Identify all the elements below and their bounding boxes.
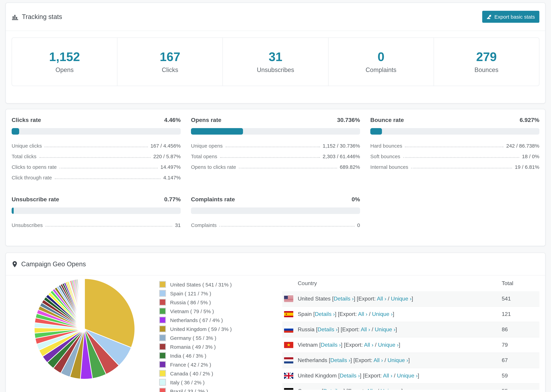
export-all-link[interactable]: All › xyxy=(377,296,386,301)
legend-item[interactable]: Netherlands ( 67 / 4% ) xyxy=(159,317,244,323)
legend-item[interactable]: Russia ( 86 / 5% ) xyxy=(159,299,244,306)
export-label: Export: xyxy=(342,327,360,332)
legend-swatch xyxy=(159,308,166,315)
rate-stat-value: 18 / 0% xyxy=(522,154,539,159)
details-link[interactable]: Details › xyxy=(334,296,354,301)
legend-label: Italy ( 36 / 2% ) xyxy=(170,379,205,385)
export-unique-link[interactable]: Unique › xyxy=(378,342,399,348)
rate-stat-row: Internal bounces19 / 6.81% xyxy=(370,164,539,170)
stat-label: Unsubscribes xyxy=(257,67,294,74)
rate-stat-value: 14.497% xyxy=(161,164,181,170)
geo-pie-chart xyxy=(33,278,136,382)
geo-table-header: Country Total xyxy=(282,275,539,291)
legend-label: Germany ( 55 / 3% ) xyxy=(170,335,216,341)
rate-stat-value: 242 / 86.738% xyxy=(506,143,540,149)
legend-label: India ( 46 / 3% ) xyxy=(170,353,206,358)
rate-progress-fill xyxy=(370,128,382,135)
page-title: Tracking stats xyxy=(22,13,62,21)
export-all-link[interactable]: All › xyxy=(367,388,376,390)
export-unique-link[interactable]: Unique › xyxy=(397,373,418,378)
total-cell: 79 xyxy=(502,342,539,348)
stat-cell-complaints: 0Complaints xyxy=(328,38,434,86)
details-link[interactable]: Details › xyxy=(323,388,343,390)
export-unique-link[interactable]: Unique › xyxy=(372,311,393,317)
legend-item[interactable]: Brazil ( 33 / 2% ) xyxy=(159,388,244,392)
total-cell: 55 xyxy=(502,388,539,390)
geo-table-row-vn: Vietnam [Details ›] [Export: All › / Uni… xyxy=(282,337,539,353)
legend-swatch xyxy=(159,343,166,350)
country-name: Germany xyxy=(298,388,320,390)
rate-stat-value: 4.147% xyxy=(163,175,181,181)
country-cell: Vietnam [Details ›] [Export: All › / Uni… xyxy=(298,342,400,348)
export-all-link[interactable]: All › xyxy=(358,311,367,317)
legend-label: France ( 42 / 2% ) xyxy=(170,362,211,367)
export-unique-link[interactable]: Unique › xyxy=(381,388,401,390)
legend-item[interactable]: Vietnam ( 79 / 5% ) xyxy=(159,308,244,315)
export-all-link[interactable]: All › xyxy=(364,342,373,348)
rate-progress-fill xyxy=(12,207,14,214)
legend-label: Romania ( 49 / 3% ) xyxy=(170,344,216,350)
geo-opens-title-row: Campaign Geo Opens xyxy=(12,260,86,268)
us-flag-icon xyxy=(284,296,293,302)
legend-item[interactable]: Spain ( 121 / 7% ) xyxy=(159,290,244,297)
rate-panel-bounce-rate: Bounce rate6.927%Hard bounces242 / 86.73… xyxy=(370,117,539,185)
rate-title: Complaints rate xyxy=(191,196,235,203)
export-basic-stats-button[interactable]: Export basic stats xyxy=(482,11,539,23)
stat-label: Clicks xyxy=(162,67,178,74)
legend-item[interactable]: United States ( 541 / 31% ) xyxy=(159,281,244,288)
tracking-stats-title-row: Tracking stats xyxy=(12,13,62,21)
rate-stat-label: Soft bounces xyxy=(370,154,400,159)
stat-value: 279 xyxy=(476,50,497,64)
stat-cell-opens: 1,152Opens xyxy=(12,38,117,86)
gb-flag-icon xyxy=(284,373,293,379)
details-link[interactable]: Details › xyxy=(330,357,350,363)
rates-card: Clicks rate4.46%Unique clicks167 / 4.456… xyxy=(6,109,545,246)
rate-progress-track xyxy=(12,207,181,214)
legend-swatch xyxy=(159,299,166,306)
dotted-leader xyxy=(225,147,320,147)
geo-table-body: United States [Details ›] [Export: All ›… xyxy=(282,291,539,390)
legend-item[interactable]: Romania ( 49 / 3% ) xyxy=(159,343,244,350)
details-link[interactable]: Details › xyxy=(340,373,360,378)
dotted-leader xyxy=(219,226,354,227)
legend-item[interactable]: France ( 42 / 2% ) xyxy=(159,361,244,368)
details-link[interactable]: Details › xyxy=(315,311,335,317)
total-cell: 541 xyxy=(502,296,539,302)
pie-slice[interactable] xyxy=(84,279,85,329)
rate-progress-track xyxy=(12,128,181,135)
export-all-link[interactable]: All › xyxy=(374,357,383,363)
section-title: Campaign Geo Opens xyxy=(21,260,86,268)
legend-item[interactable]: Italy ( 36 / 2% ) xyxy=(159,379,244,386)
stat-value: 31 xyxy=(269,50,282,64)
legend-label: United Kingdom ( 59 / 3% ) xyxy=(170,326,232,332)
legend-swatch xyxy=(159,352,166,359)
legend-swatch xyxy=(159,325,166,332)
legend-label: Brazil ( 33 / 2% ) xyxy=(170,388,208,392)
total-cell: 59 xyxy=(502,373,539,379)
export-all-link[interactable]: All › xyxy=(361,327,370,332)
legend-item[interactable]: India ( 46 / 3% ) xyxy=(159,352,244,359)
rate-title: Opens rate xyxy=(191,117,221,124)
rate-progress-track xyxy=(370,128,539,135)
details-link[interactable]: Details › xyxy=(318,327,338,332)
export-unique-link[interactable]: Unique › xyxy=(391,296,411,301)
details-link[interactable]: Details › xyxy=(321,342,341,348)
dotted-leader xyxy=(45,147,148,147)
rate-stat-label: Hard bounces xyxy=(370,143,402,149)
export-unique-link[interactable]: Unique › xyxy=(388,357,408,363)
rate-stat-value: 31 xyxy=(175,222,181,228)
legend-item[interactable]: Germany ( 55 / 3% ) xyxy=(159,334,244,341)
export-label: Export: xyxy=(339,311,357,317)
legend-label: Canada ( 40 / 2% ) xyxy=(170,371,213,376)
dotted-leader xyxy=(59,168,158,168)
legend-item[interactable]: United Kingdom ( 59 / 3% ) xyxy=(159,325,244,332)
geo-legend: United States ( 541 / 31% )Spain ( 121 /… xyxy=(159,281,244,392)
export-all-link[interactable]: All › xyxy=(383,373,392,378)
rate-stat-value: 167 / 4.456% xyxy=(150,143,181,149)
total-cell: 121 xyxy=(502,311,539,317)
geo-table-row-ru: Russia [Details ›] [Export: All › / Uniq… xyxy=(282,322,539,337)
legend-item[interactable]: Canada ( 40 / 2% ) xyxy=(159,370,244,377)
country-cell: Netherlands [Details ›] [Export: All › /… xyxy=(298,357,410,364)
export-unique-link[interactable]: Unique › xyxy=(375,327,396,332)
stat-value: 167 xyxy=(160,50,180,64)
